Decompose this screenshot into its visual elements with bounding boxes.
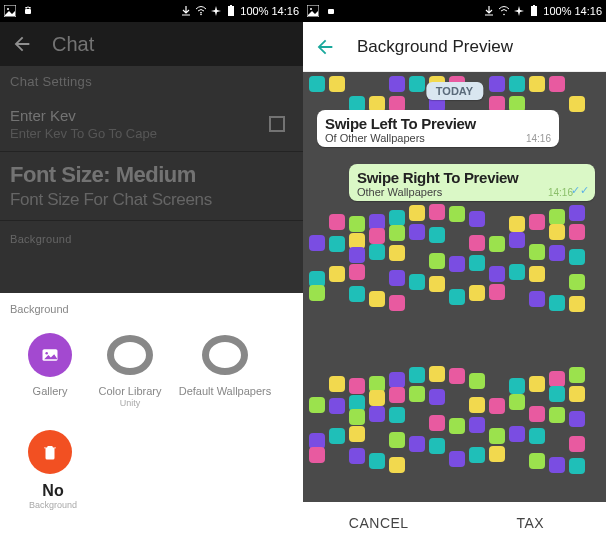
bg-option-label: Gallery xyxy=(10,385,90,398)
battery-icon xyxy=(225,5,237,17)
ring-icon xyxy=(107,335,153,375)
airplane-icon xyxy=(513,5,525,17)
image-icon xyxy=(4,5,16,17)
message-time: 14:16 xyxy=(526,133,551,144)
battery-icon xyxy=(528,5,540,17)
android-icon xyxy=(325,5,337,17)
ring-icon xyxy=(202,335,248,375)
setting-sub: Font Size For Chat Screens xyxy=(10,190,293,210)
message-time: 14:16 xyxy=(548,187,573,198)
background-preview-screen: 100% 14:16 Background Preview TODAY Swip… xyxy=(303,0,606,543)
message-text: Swipe Right To Preview xyxy=(357,169,587,186)
setting-title: Font Size: Medium xyxy=(10,162,293,188)
bg-option-default-wallpapers[interactable]: Default Wallpapers xyxy=(170,333,280,408)
bg-option-sub: Unity xyxy=(90,398,170,408)
preview-actions: CANCEL TAX xyxy=(303,502,606,543)
android-icon xyxy=(22,5,34,17)
cancel-button[interactable]: CANCEL xyxy=(303,515,455,531)
airplane-icon xyxy=(210,5,222,17)
svg-point-11 xyxy=(310,8,312,10)
status-time: 14:16 xyxy=(271,5,299,17)
chat-settings-screen: 100% 14:16 Chat Chat Settings Enter Kev … xyxy=(0,0,303,543)
right-header: Background Preview xyxy=(303,22,606,72)
download-icon xyxy=(483,5,495,17)
wifi-icon xyxy=(498,5,510,17)
back-arrow-icon[interactable] xyxy=(313,35,337,59)
bg-option-none[interactable]: No Background xyxy=(10,430,90,510)
setting-sub: Enter Kev To Go To Cape xyxy=(10,126,293,141)
wifi-icon xyxy=(195,5,207,17)
setting-font-size[interactable]: Font Size: Medium Font Size For Chat Scr… xyxy=(0,152,303,221)
bg-option-label: No xyxy=(16,482,90,500)
page-title: Background Preview xyxy=(357,37,513,57)
set-button[interactable]: TAX xyxy=(455,515,607,531)
checkbox[interactable] xyxy=(269,116,285,132)
background-sheet: Background Gallery Color Library Unity D… xyxy=(0,293,303,543)
wallpaper-preview[interactable]: TODAY Swipe Left To Preview Of Other Wal… xyxy=(303,72,606,502)
message-incoming: Swipe Left To Preview Of Other Wallpaper… xyxy=(317,110,559,147)
svg-rect-7 xyxy=(230,5,232,6)
wallpaper-pattern xyxy=(303,372,606,468)
setting-title: Enter Kev xyxy=(10,107,293,124)
svg-point-5 xyxy=(201,14,203,16)
back-arrow-icon[interactable] xyxy=(10,32,34,56)
battery-percent: 100% xyxy=(543,5,571,17)
bg-option-label: Color Library xyxy=(90,385,170,398)
bg-option-label: Default Wallpapers xyxy=(170,385,280,398)
status-bar-left: 100% 14:16 xyxy=(0,0,303,22)
date-pill: TODAY xyxy=(426,82,483,100)
gallery-icon xyxy=(28,333,72,377)
image-icon xyxy=(307,5,319,17)
read-ticks-icon: ✓✓ xyxy=(571,184,589,197)
svg-rect-2 xyxy=(25,9,31,14)
status-time: 14:16 xyxy=(574,5,602,17)
svg-point-13 xyxy=(504,14,506,16)
battery-percent: 100% xyxy=(240,5,268,17)
trash-icon xyxy=(28,430,72,474)
left-header: Chat xyxy=(0,22,303,66)
bg-option-sub: Background xyxy=(16,500,90,510)
section-label: Chat Settings xyxy=(0,66,303,97)
svg-point-1 xyxy=(7,8,9,10)
sheet-title: Background xyxy=(10,303,293,315)
svg-rect-14 xyxy=(531,6,537,16)
svg-rect-6 xyxy=(228,6,234,16)
message-outgoing: Swipe Right To Preview Other Wallpapers … xyxy=(349,164,595,201)
setting-enter-key[interactable]: Enter Kev Enter Kev To Go To Cape xyxy=(0,97,303,152)
svg-point-9 xyxy=(45,352,48,355)
background-section-label: Background xyxy=(0,221,303,253)
page-title: Chat xyxy=(52,33,94,56)
status-bar-right: 100% 14:16 xyxy=(303,0,606,22)
message-sub: Of Other Wallpapers xyxy=(325,132,551,144)
message-text: Swipe Left To Preview xyxy=(325,115,551,132)
bg-option-color-library[interactable]: Color Library Unity xyxy=(90,333,170,408)
wallpaper-pattern xyxy=(303,210,606,306)
bg-option-gallery[interactable]: Gallery xyxy=(10,333,90,408)
svg-rect-12 xyxy=(328,9,334,14)
svg-rect-15 xyxy=(533,5,535,6)
download-icon xyxy=(180,5,192,17)
